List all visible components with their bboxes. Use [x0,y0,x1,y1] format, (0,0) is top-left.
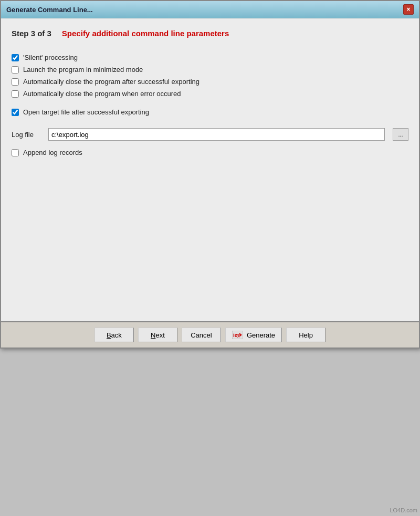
button-bar: Back Next Cancel ie x Generate Help [1,321,419,347]
step-number: Step 3 of 3 [12,29,51,38]
help-button[interactable]: Help [286,328,326,342]
generate-icon: ie x [232,331,243,339]
open-target-item[interactable]: Open target file after successful export… [12,108,408,116]
watermark: LO4D.com [390,507,417,513]
launch-minimized-label: Launch the program in minimized mode [23,66,143,73]
window-title: Generate Command Line... [6,6,93,14]
main-window: Generate Command Line... × Step 3 of 3 S… [0,0,420,349]
auto-close-error-checkbox[interactable] [12,90,19,98]
close-button[interactable]: × [403,4,414,15]
launch-minimized-item[interactable]: Launch the program in minimized mode [12,66,408,73]
log-file-input[interactable] [48,128,385,141]
back-label: Back [107,331,122,339]
title-bar: Generate Command Line... × [1,1,419,18]
back-button[interactable]: Back [94,328,134,342]
step-title: Specify additional command line paramete… [62,29,229,38]
generate-label: Generate [247,331,275,339]
next-label: Next [151,331,165,339]
open-target-label: Open target file after successful export… [23,108,149,116]
cancel-button[interactable]: Cancel [182,328,221,342]
append-log-label: Append log records [23,149,82,156]
silent-processing-checkbox[interactable] [12,54,19,61]
generate-button[interactable]: ie x Generate [225,328,282,342]
step-header: Step 3 of 3 Specify additional command l… [12,29,408,43]
log-file-label: Log file [12,131,40,139]
silent-processing-label: 'Silent' processing [23,54,78,61]
cancel-label: Cancel [191,331,212,339]
auto-close-success-checkbox[interactable] [12,78,19,86]
auto-close-error-label: Automatically close the program when err… [23,90,181,98]
auto-close-error-item[interactable]: Automatically close the program when err… [12,90,408,98]
append-log-item[interactable]: Append log records [12,146,408,159]
append-log-checkbox[interactable] [12,149,19,156]
auto-close-success-label: Automatically close the program after su… [23,78,200,86]
next-button[interactable]: Next [138,328,177,342]
open-target-checkbox[interactable] [12,109,19,116]
launch-minimized-checkbox[interactable] [12,66,19,73]
content-area: Step 3 of 3 Specify additional command l… [1,18,419,321]
browse-button[interactable]: ... [393,128,408,141]
log-file-section: Log file ... [12,128,408,141]
options-panel: 'Silent' processing Launch the program i… [12,54,408,316]
help-label: Help [299,331,313,339]
auto-close-success-item[interactable]: Automatically close the program after su… [12,78,408,86]
silent-processing-item[interactable]: 'Silent' processing [12,54,408,61]
